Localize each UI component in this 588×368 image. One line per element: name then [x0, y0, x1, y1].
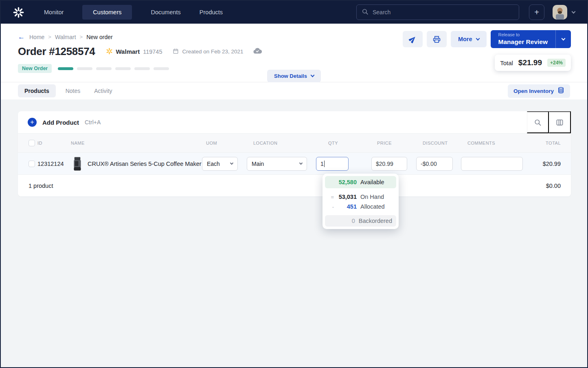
chevron-down-icon: [476, 36, 480, 40]
inventory-prefix: -: [329, 204, 334, 210]
chevron-down-icon: [299, 161, 303, 164]
column-header-uom: UOM: [202, 141, 247, 145]
qty-input[interactable]: 1: [316, 157, 349, 171]
inventory-onhand-label: On Hand: [360, 194, 384, 200]
product-name[interactable]: CRUX® Artisan Series 5-Cup Coffee Maker: [88, 161, 202, 167]
total-label: Total: [500, 59, 513, 66]
show-details-label: Show Details: [274, 73, 307, 79]
table-toolbar: + Add Product Ctrl+A: [18, 111, 571, 133]
chevron-down-icon: [562, 36, 566, 40]
release-button[interactable]: Release to Manager Review: [491, 30, 571, 48]
nav-item-monitor[interactable]: Monitor: [44, 5, 64, 20]
select-all-checkbox[interactable]: [29, 140, 35, 146]
progress-segment: [77, 67, 92, 70]
footer-total: $0.00: [546, 183, 561, 189]
total-delta-badge: +24%: [547, 59, 566, 67]
inventory-onhand-value: 53,031: [334, 194, 357, 200]
progress-segment: [58, 67, 73, 70]
database-icon: [557, 87, 564, 95]
column-header-qty: QTY: [316, 141, 371, 145]
add-product-button[interactable]: Add Product: [42, 119, 79, 126]
inventory-onhand-row: = 53,031 On Hand: [325, 192, 396, 202]
tab-products[interactable]: Products: [18, 84, 56, 97]
nav-item-products[interactable]: Products: [200, 5, 223, 20]
products-table-card: + Add Product Ctrl+A ID NAME UOM LOCATIO…: [18, 111, 571, 196]
more-button[interactable]: More: [451, 31, 487, 47]
location-select[interactable]: Main: [247, 157, 307, 171]
inventory-backordered-row: 0 Backordered: [325, 215, 396, 227]
tab-notes[interactable]: Notes: [66, 88, 81, 94]
search-input[interactable]: [373, 9, 514, 15]
release-to-label: Release to: [498, 32, 520, 38]
breadcrumb-separator: >: [80, 34, 83, 40]
nav-item-documents[interactable]: Documents: [151, 5, 180, 20]
created-date: Created on Feb 23, 2021: [182, 48, 243, 55]
send-button[interactable]: [403, 31, 423, 47]
product-thumbnail: [73, 157, 82, 171]
breadcrumb-customer[interactable]: Walmart: [55, 34, 76, 40]
inventory-allocated-label: Allocated: [360, 203, 385, 210]
avatar[interactable]: [553, 5, 567, 20]
column-header-comments: COMMENTS: [461, 141, 529, 145]
table-header-row: ID NAME UOM LOCATION QTY PRICE DISCOUNT …: [18, 133, 571, 153]
row-total: $20.99: [529, 161, 571, 167]
table-search-button[interactable]: [527, 111, 549, 133]
breadcrumb-current: New order: [86, 34, 113, 40]
nav-item-customers[interactable]: Customers: [82, 5, 132, 20]
open-inventory-label: Open Inventory: [513, 88, 554, 94]
content-area: + Add Product Ctrl+A ID NAME UOM LOCATIO…: [1, 99, 587, 368]
release-target-label: Manager Review: [498, 38, 548, 46]
more-button-label: More: [458, 36, 472, 42]
comments-input[interactable]: [461, 157, 523, 171]
chevron-down-icon: [311, 73, 315, 77]
progress-segment: [96, 67, 112, 70]
customer-id: 119745: [143, 48, 162, 55]
add-product-plus-icon[interactable]: +: [28, 118, 37, 127]
column-header-total: TOTAL: [529, 141, 571, 145]
discount-input[interactable]: [416, 157, 453, 171]
inventory-allocated-row: - 451 Allocated: [325, 202, 396, 212]
account-menu-chevron-icon[interactable]: [572, 9, 576, 13]
print-button[interactable]: [427, 31, 447, 47]
inventory-backordered-value: 0: [333, 218, 355, 224]
row-checkbox[interactable]: [29, 161, 35, 167]
order-total-card: Total $21.99 +24%: [495, 55, 571, 71]
global-search[interactable]: [356, 4, 519, 20]
inventory-popover: 52,580 Available = 53,031 On Hand - 451 …: [323, 174, 399, 229]
app-logo-icon[interactable]: [12, 6, 24, 18]
inventory-prefix: =: [329, 194, 334, 200]
tab-activity[interactable]: Activity: [94, 88, 112, 94]
chevron-down-icon: [230, 161, 233, 164]
customer-name[interactable]: Walmart: [116, 48, 140, 55]
qty-value: 1: [320, 161, 324, 167]
release-split-chevron[interactable]: [555, 30, 571, 48]
status-badge: New Order: [18, 64, 52, 73]
tabs-bar: Products Notes Activity Open Inventory: [1, 82, 587, 99]
table-footer: 1 product $0.00: [18, 175, 571, 196]
search-icon: [362, 8, 369, 17]
quick-add-button[interactable]: +: [529, 4, 544, 20]
open-inventory-button[interactable]: Open Inventory: [508, 84, 570, 98]
progress-segment: [115, 67, 131, 70]
top-nav: Monitor Customers Documents Products +: [1, 1, 587, 24]
product-count: 1 product: [29, 183, 53, 189]
column-header-id: ID: [37, 141, 71, 145]
breadcrumb-home[interactable]: Home: [29, 34, 44, 40]
calendar-icon: [173, 48, 179, 55]
back-arrow-icon[interactable]: ←: [18, 33, 25, 40]
inventory-available-value: 52,580: [334, 179, 357, 185]
show-details-button[interactable]: Show Details: [267, 70, 321, 82]
breadcrumb-separator: >: [48, 34, 51, 40]
inventory-backordered-label: Backordered: [359, 218, 392, 224]
location-value: Main: [252, 161, 264, 167]
uom-select[interactable]: Each: [202, 157, 238, 171]
walmart-spark-icon: [106, 48, 113, 56]
price-input[interactable]: [371, 157, 407, 171]
add-product-shortcut: Ctrl+A: [85, 119, 101, 126]
table-columns-button[interactable]: [549, 111, 571, 133]
cloud-synced-icon: [252, 46, 262, 57]
progress-segment: [154, 67, 169, 70]
product-id: 12312124: [37, 161, 71, 167]
text-cursor: [324, 161, 325, 167]
column-header-name: NAME: [71, 141, 202, 145]
